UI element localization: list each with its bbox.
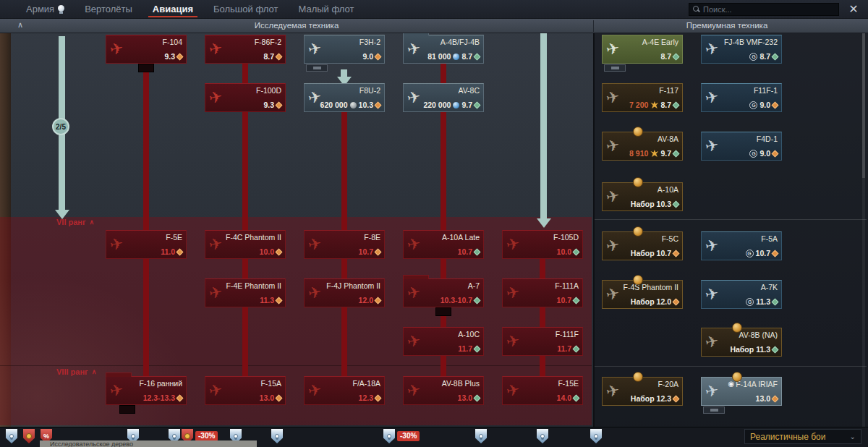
vehicle-card-av-8b-na[interactable]: ✈AV-8B (NA)Набор11.3: [701, 328, 782, 357]
clock-icon: [184, 433, 190, 439]
tab-coastal-fleet[interactable]: Малый флот: [288, 0, 364, 18]
close-button[interactable]: ✕: [845, 1, 862, 17]
search-box[interactable]: [689, 3, 839, 16]
vehicle-card-f-15a[interactable]: ✈F-15A13.0: [205, 376, 286, 405]
vehicle-price: Набор: [631, 200, 655, 208]
vehicle-info: 10.3-10.7: [441, 296, 480, 305]
vehicle-name: AV-8B Plus: [442, 379, 480, 388]
vehicle-card-f-8e[interactable]: ✈F-8E10.7: [304, 230, 385, 259]
research-shield-icon: [383, 429, 395, 443]
vehicle-info: 10.7: [458, 247, 480, 256]
selected-vehicle-marker: [306, 64, 328, 72]
vehicle-name: A-4E Early: [642, 38, 678, 46]
battle-rating-diamond-icon: [276, 53, 283, 60]
battle-rating: 12.3: [359, 393, 373, 402]
tab-bluewater-fleet[interactable]: Большой флот: [203, 0, 288, 18]
vehicle-card-f-4s-phantom-ii[interactable]: ✈F-4S Phantom IIНабор12.0: [602, 280, 683, 309]
vehicle-info: 220 0009.7: [423, 101, 480, 109]
search-icon: [693, 6, 700, 13]
vehicle-card-f-104[interactable]: ✈F-1049.3: [106, 35, 187, 64]
vehicle-card-f-a-18a[interactable]: ✈F/A-18A12.3: [304, 376, 385, 405]
vehicle-card-f-16-ранний[interactable]: ✈F-16 ранний12.3-13.3: [106, 376, 187, 405]
vehicle-card-a-10a[interactable]: ✈A-10AНабор10.3: [602, 182, 683, 211]
tab-aviation[interactable]: Авиация: [142, 0, 203, 18]
battle-rating-diamond-icon: [772, 346, 779, 353]
red-connector-line: [540, 259, 545, 376]
vehicle-info: 81 0008.7: [427, 52, 480, 61]
rank-split-line: [0, 365, 592, 366]
vehicle-card-f-86f-2[interactable]: ✈F-86F-28.7: [205, 35, 286, 64]
bulb-icon: [172, 434, 176, 438]
vehicle-card-f-117[interactable]: ✈F-1177 2008.7: [602, 83, 683, 112]
vehicle-card-av-8a[interactable]: ✈AV-8A8 9109.7: [602, 132, 683, 161]
golden-eagles-circle-icon: G: [746, 250, 754, 257]
vehicle-card-f-5c[interactable]: ✈F-5CНабор10.7: [602, 231, 683, 260]
vehicle-card-f-15e[interactable]: ✈F-15E14.0: [502, 376, 583, 405]
vehicle-card-f-105d[interactable]: ✈F-105D10.0: [502, 230, 583, 259]
vehicle-card-a-7k[interactable]: ✈A-7KG11.3: [701, 280, 782, 309]
battle-rating: 13.0: [756, 394, 770, 403]
vehicle-card-av-8c[interactable]: ✈AV-8C220 0009.7: [403, 83, 484, 112]
tab-army[interactable]: Армия: [16, 0, 75, 18]
battle-rating: 9.3: [164, 52, 175, 61]
vehicle-card-fj-4b-vmf-232[interactable]: ✈FJ-4B VMF-232G8.7: [701, 35, 782, 64]
vehicle-card-f11f-1[interactable]: ✈F11F-1G9.0: [701, 83, 782, 112]
vehicle-price: Набор: [631, 394, 655, 403]
bulb-icon: [9, 434, 14, 438]
vehicle-card-f-14a-iriaf[interactable]: ✈◉F-14A IRIAF13.0: [701, 377, 782, 406]
battle-rating: 9.0: [362, 52, 373, 61]
vehicle-info: 11.7: [557, 344, 579, 353]
aircraft-icon: ✈: [109, 235, 125, 253]
vehicle-card-f-111a[interactable]: ✈F-111A10.7: [502, 278, 583, 307]
scrollbar-thumb[interactable]: [862, 33, 865, 178]
tab-label: Авиация: [153, 4, 193, 14]
vehicle-name: F3H-2: [359, 38, 380, 46]
aircraft-icon: ✈: [704, 237, 720, 255]
vehicle-card-f-4e-phantom-ii[interactable]: ✈F-4E Phantom II11.3: [205, 278, 286, 307]
battle-rating-diamond-icon: [276, 297, 283, 304]
rank-viii-label: VIII ранг∧: [56, 367, 96, 376]
aircraft-icon: ✈: [505, 381, 522, 399]
vehicle-card-f3h-2[interactable]: ✈F3H-29.0: [304, 35, 385, 64]
battle-rating-diamond-icon: [772, 53, 779, 60]
vehicle-card-a-7[interactable]: ✈A-710.3-10.7: [403, 278, 484, 307]
vehicle-card-f-111f[interactable]: ✈F-111F11.7: [502, 327, 583, 356]
research-shield-icon: [590, 429, 602, 443]
vehicle-card-f-100d[interactable]: ✈F-100D9.3: [205, 83, 286, 112]
vehicle-card-f-5a[interactable]: ✈F-5AG10.7: [701, 231, 782, 260]
battle-rating: 10.7: [359, 247, 373, 256]
vehicle-card-a-10a-late[interactable]: ✈A-10A Late10.7: [403, 230, 484, 259]
vehicle-card-a-4b-fj-4b[interactable]: ✈A-4B/FJ-4B81 0008.7: [403, 35, 484, 64]
vehicle-name: F-5C: [662, 234, 678, 243]
tab-label: Малый флот: [298, 4, 354, 14]
battle-rating: 10.3: [657, 200, 671, 208]
vehicle-card-f-5e[interactable]: ✈F-5E11.0: [106, 230, 187, 259]
battle-rating: 14.0: [557, 393, 571, 402]
vehicle-card-f4d-1[interactable]: ✈F4D-1G9.0: [701, 132, 782, 161]
battle-rating: 9.3: [263, 101, 274, 109]
battle-rating-diamond-icon: [573, 297, 580, 304]
top-bar: АрмияВертолётыАвиацияБольшой флотМалый ф…: [0, 0, 868, 19]
battle-rating: 11.7: [557, 344, 571, 353]
vehicle-card-f-20a[interactable]: ✈F-20AНабор12.3: [602, 377, 683, 406]
vehicle-card-av-8b-plus[interactable]: ✈AV-8B Plus13.0: [403, 376, 484, 405]
aircraft-icon: ✈: [505, 235, 522, 253]
aircraft-icon: ✈: [406, 284, 422, 302]
vehicle-card-a-4e-early[interactable]: ✈A-4E Early8.7: [602, 35, 683, 64]
search-input[interactable]: [703, 5, 835, 14]
aircraft-icon: ✈: [307, 235, 323, 253]
vehicle-card-f-4j-phantom-ii[interactable]: ✈F-4J Phantom II12.0: [304, 278, 385, 307]
battle-mode-dropdown[interactable]: Реалистичные бои ⌄: [744, 429, 861, 444]
vehicle-card-f8u-2[interactable]: ✈F8U-2620 00010.3: [304, 83, 385, 112]
vehicle-card-a-10c[interactable]: ✈A-10C11.7: [403, 327, 484, 356]
vehicle-name: A-4B/FJ-4B: [441, 38, 480, 46]
vehicle-name: AV-8B (NA): [739, 331, 778, 339]
tab-helicopters[interactable]: Вертолёты: [75, 0, 142, 18]
golden-eagles-icon: [650, 150, 658, 157]
research-points-icon: [453, 54, 459, 60]
vehicle-card-f-4c-phantom-ii[interactable]: ✈F-4C Phantom II10.0: [205, 230, 286, 259]
battle-rating-diamond-icon: [176, 394, 184, 401]
aircraft-icon: ✈: [406, 88, 422, 106]
bulb-icon: [540, 434, 545, 438]
vehicle-name: F-86F-2: [255, 38, 281, 46]
